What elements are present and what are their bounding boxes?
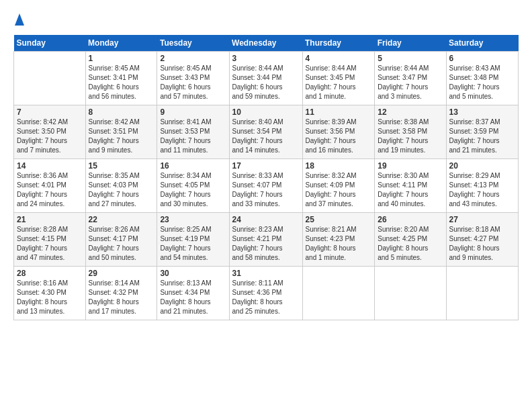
week-row-2: 7Sunrise: 8:42 AM Sunset: 3:50 PM Daylig… xyxy=(14,105,519,159)
day-number: 17 xyxy=(232,161,300,171)
calendar-cell: 25Sunrise: 8:21 AM Sunset: 4:23 PM Dayli… xyxy=(302,213,375,267)
day-number: 21 xyxy=(17,215,83,224)
day-info: Sunrise: 8:36 AM Sunset: 4:01 PM Dayligh… xyxy=(17,171,83,209)
day-number: 20 xyxy=(449,161,516,171)
day-number: 8 xyxy=(89,107,154,117)
day-number: 14 xyxy=(17,161,83,171)
day-number: 29 xyxy=(89,269,154,278)
day-info: Sunrise: 8:29 AM Sunset: 4:13 PM Dayligh… xyxy=(449,171,516,209)
day-info: Sunrise: 8:34 AM Sunset: 4:05 PM Dayligh… xyxy=(160,171,226,209)
calendar-cell: 13Sunrise: 8:37 AM Sunset: 3:59 PM Dayli… xyxy=(446,105,519,159)
day-number: 4 xyxy=(306,54,372,63)
day-number: 26 xyxy=(378,215,443,224)
calendar-cell: 21Sunrise: 8:28 AM Sunset: 4:15 PM Dayli… xyxy=(14,213,86,267)
calendar-cell: 29Sunrise: 8:14 AM Sunset: 4:32 PM Dayli… xyxy=(85,267,157,320)
calendar-cell: 3Sunrise: 8:44 AM Sunset: 3:44 PM Daylig… xyxy=(229,52,302,105)
day-number: 9 xyxy=(160,107,226,117)
day-info: Sunrise: 8:23 AM Sunset: 4:21 PM Dayligh… xyxy=(232,225,300,263)
weekday-header-thursday: Thursday xyxy=(302,35,375,52)
calendar-cell: 7Sunrise: 8:42 AM Sunset: 3:50 PM Daylig… xyxy=(14,105,86,159)
day-info: Sunrise: 8:32 AM Sunset: 4:09 PM Dayligh… xyxy=(306,171,372,209)
day-info: Sunrise: 8:18 AM Sunset: 4:27 PM Dayligh… xyxy=(449,225,516,263)
day-info: Sunrise: 8:44 AM Sunset: 3:47 PM Dayligh… xyxy=(378,64,443,101)
calendar-cell: 15Sunrise: 8:35 AM Sunset: 4:03 PM Dayli… xyxy=(85,159,157,213)
day-number: 31 xyxy=(232,269,300,278)
calendar-cell: 14Sunrise: 8:36 AM Sunset: 4:01 PM Dayli… xyxy=(14,159,86,213)
day-info: Sunrise: 8:41 AM Sunset: 3:53 PM Dayligh… xyxy=(160,118,226,155)
week-row-4: 21Sunrise: 8:28 AM Sunset: 4:15 PM Dayli… xyxy=(14,213,519,267)
day-number: 7 xyxy=(17,107,83,117)
calendar-cell: 26Sunrise: 8:20 AM Sunset: 4:25 PM Dayli… xyxy=(375,213,446,267)
day-number: 1 xyxy=(89,54,154,63)
header xyxy=(13,12,519,28)
calendar-cell: 8Sunrise: 8:42 AM Sunset: 3:51 PM Daylig… xyxy=(85,105,157,159)
day-number: 3 xyxy=(232,54,300,63)
day-info: Sunrise: 8:21 AM Sunset: 4:23 PM Dayligh… xyxy=(306,225,372,263)
weekday-header-saturday: Saturday xyxy=(446,35,519,52)
day-info: Sunrise: 8:38 AM Sunset: 3:58 PM Dayligh… xyxy=(378,118,443,155)
calendar-cell xyxy=(446,267,519,320)
day-info: Sunrise: 8:26 AM Sunset: 4:17 PM Dayligh… xyxy=(89,225,154,263)
weekday-header-wednesday: Wednesday xyxy=(229,35,302,52)
day-info: Sunrise: 8:45 AM Sunset: 3:41 PM Dayligh… xyxy=(89,64,154,101)
calendar-cell: 27Sunrise: 8:18 AM Sunset: 4:27 PM Dayli… xyxy=(446,213,519,267)
calendar-cell xyxy=(14,52,86,105)
day-info: Sunrise: 8:11 AM Sunset: 4:36 PM Dayligh… xyxy=(232,279,300,316)
svg-marker-0 xyxy=(15,13,24,26)
calendar-cell: 1Sunrise: 8:45 AM Sunset: 3:41 PM Daylig… xyxy=(85,52,157,105)
day-info: Sunrise: 8:39 AM Sunset: 3:56 PM Dayligh… xyxy=(306,118,372,155)
day-number: 19 xyxy=(378,161,443,171)
calendar-cell: 17Sunrise: 8:33 AM Sunset: 4:07 PM Dayli… xyxy=(229,159,302,213)
calendar-cell xyxy=(375,267,446,320)
calendar-cell: 23Sunrise: 8:25 AM Sunset: 4:19 PM Dayli… xyxy=(157,213,229,267)
day-info: Sunrise: 8:43 AM Sunset: 3:48 PM Dayligh… xyxy=(449,64,516,101)
calendar-cell: 9Sunrise: 8:41 AM Sunset: 3:53 PM Daylig… xyxy=(157,105,229,159)
logo-triangle-icon xyxy=(15,13,24,28)
day-info: Sunrise: 8:37 AM Sunset: 3:59 PM Dayligh… xyxy=(449,118,516,155)
day-number: 6 xyxy=(449,54,516,63)
day-number: 30 xyxy=(160,269,226,278)
day-number: 15 xyxy=(89,161,154,171)
day-number: 12 xyxy=(378,107,443,117)
calendar-cell: 24Sunrise: 8:23 AM Sunset: 4:21 PM Dayli… xyxy=(229,213,302,267)
day-number: 10 xyxy=(232,107,300,117)
day-number: 16 xyxy=(160,161,226,171)
calendar-cell: 10Sunrise: 8:40 AM Sunset: 3:54 PM Dayli… xyxy=(229,105,302,159)
day-number: 18 xyxy=(306,161,372,171)
calendar-cell: 2Sunrise: 8:45 AM Sunset: 3:43 PM Daylig… xyxy=(157,52,229,105)
day-number: 23 xyxy=(160,215,226,224)
day-number: 22 xyxy=(89,215,154,224)
day-info: Sunrise: 8:42 AM Sunset: 3:51 PM Dayligh… xyxy=(89,118,154,155)
calendar-cell: 20Sunrise: 8:29 AM Sunset: 4:13 PM Dayli… xyxy=(446,159,519,213)
day-number: 27 xyxy=(449,215,516,224)
day-number: 24 xyxy=(232,215,300,224)
day-number: 28 xyxy=(17,269,83,278)
calendar-cell: 18Sunrise: 8:32 AM Sunset: 4:09 PM Dayli… xyxy=(302,159,375,213)
calendar-cell xyxy=(302,267,375,320)
day-info: Sunrise: 8:35 AM Sunset: 4:03 PM Dayligh… xyxy=(89,171,154,209)
day-number: 5 xyxy=(378,54,443,63)
weekday-header-friday: Friday xyxy=(375,35,446,52)
day-info: Sunrise: 8:42 AM Sunset: 3:50 PM Dayligh… xyxy=(17,118,83,155)
weekday-header-monday: Monday xyxy=(85,35,157,52)
calendar-cell: 16Sunrise: 8:34 AM Sunset: 4:05 PM Dayli… xyxy=(157,159,229,213)
day-info: Sunrise: 8:20 AM Sunset: 4:25 PM Dayligh… xyxy=(378,225,443,263)
weekday-header-sunday: Sunday xyxy=(14,35,86,52)
day-info: Sunrise: 8:44 AM Sunset: 3:44 PM Dayligh… xyxy=(232,64,300,101)
week-row-3: 14Sunrise: 8:36 AM Sunset: 4:01 PM Dayli… xyxy=(14,159,519,213)
calendar-cell: 22Sunrise: 8:26 AM Sunset: 4:17 PM Dayli… xyxy=(85,213,157,267)
day-info: Sunrise: 8:40 AM Sunset: 3:54 PM Dayligh… xyxy=(232,118,300,155)
day-number: 25 xyxy=(306,215,372,224)
day-number: 11 xyxy=(306,107,372,117)
day-number: 2 xyxy=(160,54,226,63)
day-info: Sunrise: 8:25 AM Sunset: 4:19 PM Dayligh… xyxy=(160,225,226,263)
week-row-1: 1Sunrise: 8:45 AM Sunset: 3:41 PM Daylig… xyxy=(14,52,519,105)
day-info: Sunrise: 8:28 AM Sunset: 4:15 PM Dayligh… xyxy=(17,225,83,263)
calendar-table: SundayMondayTuesdayWednesdayThursdayFrid… xyxy=(13,35,519,320)
week-row-5: 28Sunrise: 8:16 AM Sunset: 4:30 PM Dayli… xyxy=(14,267,519,320)
calendar-cell: 31Sunrise: 8:11 AM Sunset: 4:36 PM Dayli… xyxy=(229,267,302,320)
logo xyxy=(13,12,24,28)
day-info: Sunrise: 8:33 AM Sunset: 4:07 PM Dayligh… xyxy=(232,171,300,209)
page: SundayMondayTuesdayWednesdayThursdayFrid… xyxy=(0,0,532,411)
calendar-cell: 5Sunrise: 8:44 AM Sunset: 3:47 PM Daylig… xyxy=(375,52,446,105)
